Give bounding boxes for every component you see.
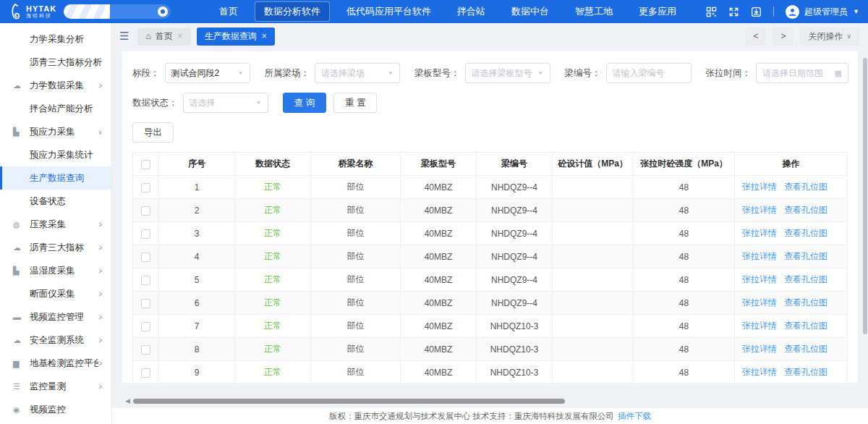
chevron-right-icon: > <box>99 290 103 298</box>
project-switch-icon[interactable] <box>158 7 168 17</box>
nav-item-5[interactable]: 数据中台 <box>502 1 558 22</box>
filter-select[interactable]: 测试合同段2▼ <box>165 63 250 83</box>
horizontal-scroll-track[interactable] <box>132 399 852 404</box>
sidebar-item[interactable]: ◍压浆采集> <box>0 213 111 236</box>
nav-item-6[interactable]: 智慧工地 <box>566 1 622 22</box>
tension-detail-link[interactable]: 张拉详情 <box>742 182 777 192</box>
sidebar-item[interactable]: ◉视频监控 <box>0 398 111 421</box>
sidebar-item[interactable]: 力学采集分析 <box>0 27 111 51</box>
tab-prev-button[interactable]: < <box>745 27 766 46</box>
sidebar-item[interactable]: ▆地基检测监控平台> <box>0 352 111 375</box>
reset-button[interactable]: 重 置 <box>333 93 377 113</box>
sidebar-item[interactable]: ☁力学数据采集> <box>0 74 111 97</box>
nav-item-4[interactable]: 拌合站 <box>448 1 495 22</box>
sidebar-item[interactable]: ▬视频监控管理> <box>0 305 111 328</box>
sidebar-item[interactable]: ☁沥青三大指标> <box>0 236 111 259</box>
nav-item-2[interactable]: 数据分析软件 <box>255 1 330 22</box>
tension-detail-link[interactable]: 张拉详情 <box>742 321 777 331</box>
close-icon[interactable]: × <box>178 32 183 41</box>
tension-detail-link[interactable]: 张拉详情 <box>742 344 777 354</box>
nav-item-1[interactable]: 首页 <box>210 1 247 22</box>
filter-label: 数据状态： <box>132 97 178 109</box>
hole-map-link[interactable]: 查看孔位图 <box>784 344 827 354</box>
row-checkbox[interactable] <box>141 322 150 331</box>
sidebar-item[interactable]: 拌合站产能分析 <box>0 97 111 120</box>
sidebar-item[interactable]: ▙预应力采集∨ <box>0 120 111 143</box>
sidebar-item[interactable]: 沥青三大指标分析 <box>0 51 111 74</box>
row-select-cell <box>133 292 159 315</box>
sidebar-item[interactable]: ☰监控量测> <box>0 375 111 398</box>
tab-active[interactable]: 生产数据查询× <box>197 27 275 46</box>
row-checkbox[interactable] <box>141 183 150 192</box>
row-checkbox[interactable] <box>141 206 150 216</box>
hole-map-link[interactable]: 查看孔位图 <box>784 205 827 215</box>
sidebar-item[interactable]: ☁安全监测系统> <box>0 328 111 352</box>
sidebar-item[interactable]: 断面仪采集> <box>0 282 111 305</box>
close-operations-dropdown[interactable]: 关闭操作 ∨ <box>800 27 859 46</box>
sidebar-item[interactable]: 生产数据查询 <box>0 166 111 190</box>
nav-item-7[interactable]: 更多应用 <box>629 1 686 22</box>
tension-detail-link[interactable]: 张拉详情 <box>742 205 777 215</box>
chart-icon: ▙ <box>13 266 30 276</box>
user-menu[interactable]: 超级管理员 ▼ <box>786 5 859 19</box>
row-checkbox[interactable] <box>141 368 150 378</box>
filter-select[interactable]: 请选择梁场▼ <box>315 63 400 83</box>
tension-detail-link[interactable]: 张拉详情 <box>742 297 777 308</box>
scroll-left-arrow-icon[interactable]: ◀ <box>125 398 130 404</box>
filter-value: 请选择梁板型号 <box>472 67 538 80</box>
hole-map-link[interactable]: 查看孔位图 <box>784 321 827 331</box>
calendar-icon: ▦ <box>835 69 842 78</box>
tab-next-button[interactable]: > <box>773 27 793 46</box>
horizontal-scroll-thumb[interactable] <box>133 399 565 404</box>
qr-grid-icon[interactable] <box>706 7 717 17</box>
sidebar-item[interactable]: 设备状态 <box>0 190 111 213</box>
tension-detail-link[interactable]: 张拉详情 <box>742 274 777 284</box>
tab-label: 首页 <box>156 30 173 43</box>
hole-map-link[interactable]: 查看孔位图 <box>784 182 827 192</box>
content-area: 标段：测试合同段2▼所属梁场：请选择梁场▼梁板型号：请选择梁板型号▼梁编号：张拉… <box>112 49 868 407</box>
sidebar-collapse-icon[interactable]: ☰ <box>119 30 129 43</box>
tension-detail-link[interactable]: 张拉详情 <box>742 251 777 261</box>
cell-model: 40MBZ <box>401 268 477 292</box>
cell-no: 7 <box>159 315 235 338</box>
tab-inactive[interactable]: ⌂首页× <box>137 27 190 46</box>
hole-map-link[interactable]: 查看孔位图 <box>784 297 827 308</box>
hole-map-link[interactable]: 查看孔位图 <box>784 228 827 238</box>
tension-detail-link[interactable]: 张拉详情 <box>742 367 777 377</box>
project-selector-loading-stripes <box>64 4 110 19</box>
cell-strength: 48 <box>634 315 735 338</box>
hole-map-link[interactable]: 查看孔位图 <box>784 274 827 284</box>
sidebar-item-label: 监控量测 <box>30 381 98 393</box>
filter-input[interactable] <box>606 63 692 83</box>
sidebar-item-label: 预应力采集统计 <box>30 149 103 161</box>
project-selector[interactable] <box>64 4 171 19</box>
cell-bridge: 部位 <box>311 361 401 383</box>
filter-select[interactable]: 请选择梁板型号▼ <box>465 63 550 83</box>
row-checkbox[interactable] <box>141 345 150 355</box>
row-checkbox[interactable] <box>141 253 150 262</box>
select-all-checkbox[interactable] <box>141 160 150 169</box>
download-plugin-icon[interactable] <box>751 7 762 17</box>
sidebar-item[interactable]: 预应力采集统计 <box>0 143 111 166</box>
row-select-cell <box>133 199 159 222</box>
row-checkbox[interactable] <box>141 299 150 308</box>
hole-map-link[interactable]: 查看孔位图 <box>784 251 827 261</box>
sidebar-item[interactable]: ▙温湿度采集> <box>0 259 111 282</box>
filter-select[interactable]: 请选择▼ <box>183 93 268 113</box>
row-checkbox[interactable] <box>141 229 150 239</box>
filter-date-picker[interactable]: 请选择日期范围▦ <box>756 63 848 83</box>
hole-map-link[interactable]: 查看孔位图 <box>784 367 827 377</box>
fullscreen-icon[interactable] <box>728 7 739 17</box>
close-icon[interactable]: × <box>262 32 267 41</box>
plugin-download-link[interactable]: 插件下载 <box>618 411 651 422</box>
nav-item-3[interactable]: 低代码应用平台软件 <box>337 1 441 22</box>
query-button[interactable]: 查 询 <box>283 93 326 113</box>
cell-status: 正常 <box>235 199 311 222</box>
row-checkbox[interactable] <box>141 276 150 285</box>
export-button[interactable]: 导出 <box>132 122 174 143</box>
production-data-table: 序号数据状态桥梁名称梁板型号梁编号砼设计值（MPa）张拉时砼强度（MPa）操作 … <box>132 152 848 383</box>
chevron-down-icon: ▼ <box>238 71 244 76</box>
tension-detail-link[interactable]: 张拉详情 <box>742 228 777 238</box>
table-row: 7正常部位40MBZNHDQZ10-348张拉详情查看孔位图 <box>133 315 848 338</box>
vertical-scroll-thumb[interactable] <box>863 58 867 334</box>
